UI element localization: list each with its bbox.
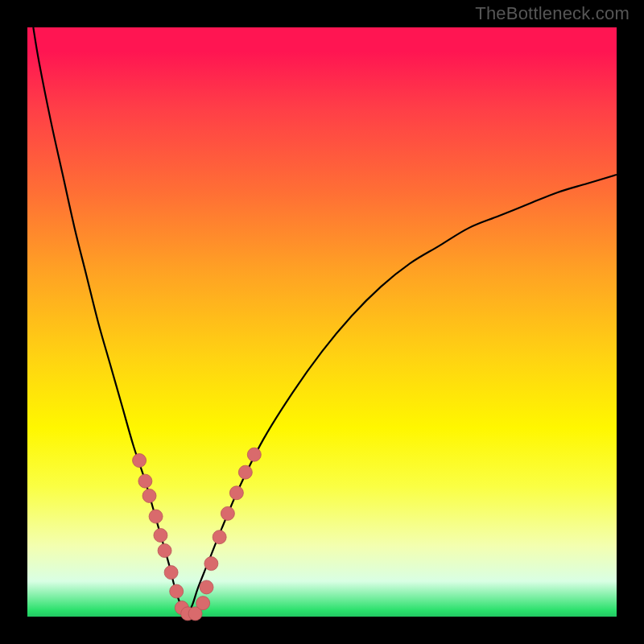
data-marker	[164, 566, 178, 580]
chart-svg	[27, 27, 617, 617]
data-marker	[229, 486, 243, 500]
plot-area	[27, 27, 617, 617]
data-marker	[149, 510, 163, 523]
data-marker	[204, 557, 218, 571]
data-marker	[196, 597, 210, 610]
data-marker	[138, 474, 152, 488]
data-marker	[200, 580, 213, 594]
watermark-label: TheBottleneck.com	[475, 3, 630, 24]
data-marker	[158, 544, 171, 558]
data-marker	[247, 448, 261, 461]
data-marker	[238, 465, 252, 479]
data-marker	[142, 489, 156, 502]
data-marker	[154, 528, 167, 542]
data-marker	[213, 530, 226, 544]
data-marker	[170, 584, 184, 598]
data-marker	[133, 454, 147, 468]
data-marker	[221, 506, 234, 520]
chart-frame: TheBottleneck.com	[0, 0, 644, 644]
curve-left-branch	[33, 27, 186, 617]
curve-right-branch	[187, 175, 617, 617]
